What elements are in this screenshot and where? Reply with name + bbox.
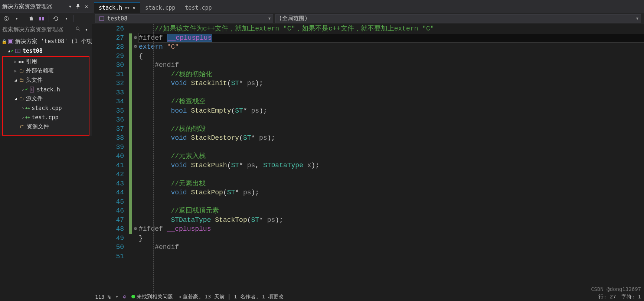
code-content[interactable]: //如果该文件为c++文件，就加上extern "C"，如果不是c++文件，就不… [139,24,644,301]
chevron-down-icon[interactable]: ▼ [84,27,89,33]
expand-icon[interactable]: ◢ [13,78,18,82]
tree-item-stack-h[interactable]: ▷ ✔ h stack.h [3,85,89,94]
navigation-bar: test08 ▼ (全局范围) ▼ [92,13,644,24]
cursor-line: 行: 27 [598,294,616,300]
project-label: test08 [23,48,43,54]
svg-line-4 [79,29,81,31]
feedback-icon[interactable]: ☺ [123,294,126,300]
scope-project[interactable]: test08 ▼ [95,14,273,23]
panel-title-bar: 解决方案资源管理器 ▾ ✕ [0,0,92,13]
project-icon: ++ [14,48,21,54]
tree-label: 头文件 [26,77,43,84]
expand-icon[interactable]: ▷ [21,115,25,119]
expand-icon[interactable]: ◢ [7,49,11,53]
close-icon[interactable]: ✕ [84,3,89,9]
panel-search[interactable]: 搜索解决方案资源管理器 ▼ [0,24,92,35]
expand-icon[interactable]: ▷ [21,106,25,110]
tree-label: test.cpp [32,114,58,121]
tree-item-external[interactable]: ▷ 🗀 外部依赖项 [3,66,89,75]
tab-test-cpp[interactable]: test.cpp [180,2,216,13]
close-icon[interactable]: ✕ [133,5,135,11]
status-ok-icon [131,295,135,298]
cpp-file-icon: ++ [25,106,30,110]
svg-point-0 [4,16,9,21]
dropdown-icon[interactable]: ▾ [67,3,73,9]
tab-stack-cpp[interactable]: stack.cpp [141,2,180,13]
folder-icon: 🗀 [19,124,25,130]
lock-icon: 🔒 [1,39,7,44]
expand-icon[interactable]: ▷ [13,69,18,73]
solution-tree: 🔒 解决方案 'test08' (1 个项 ◢ ✔ ++ test08 ▷ ▪▪… [0,35,92,136]
folder-icon: 🗀 [18,77,24,83]
references-icon: ▪▪ [18,59,24,65]
tree-label: stack.cpp [32,105,62,111]
switch-views-icon[interactable] [38,15,45,22]
svg-rect-1 [39,17,41,20]
line-numbers: 2627282930313233343536373839404142434445… [92,24,129,301]
cursor-col: 字符: 1 [621,294,641,300]
chevron-down-icon[interactable]: ▼ [63,15,70,22]
solution-label: 解决方案 'test08' (1 个项 [15,38,92,45]
check-icon: ✔ [25,87,28,92]
authors-info[interactable]: ◂董若豪, 13 天前 | 1 名作者, 1 项更改 [178,294,284,300]
check-icon: ✔ [11,48,14,53]
chevron-down-icon[interactable]: ▼ [116,295,118,299]
panel-title: 解决方案资源管理器 [2,3,65,10]
project-node[interactable]: ◢ ✔ ++ test08 [0,46,92,55]
folder-icon: 🗀 [18,96,24,102]
back-icon[interactable] [3,15,10,22]
chevron-down-icon[interactable]: ▼ [636,16,638,20]
editor-zone: stack.h ⊷ ✕ stack.cpp test.cpp test08 ▼ … [92,0,644,301]
tree-item-test-cpp[interactable]: ▷ ++ test.cpp [3,113,89,122]
svg-point-3 [76,27,79,30]
tab-label: stack.cpp [145,4,175,11]
tab-stack-h[interactable]: stack.h ⊷ ✕ [94,2,140,13]
expand-icon[interactable]: ◢ [13,97,18,101]
tree-label: 引用 [26,58,37,65]
tree-label: 源文件 [26,95,43,102]
solution-icon [8,39,14,45]
project-icon [98,16,105,22]
scope-global[interactable]: (全局范围) ▼ [275,14,641,23]
scope-global-label: (全局范围) [279,15,308,22]
svg-rect-6 [9,40,12,43]
cpp-file-icon: ++ [25,115,30,120]
solution-explorer-panel: 解决方案资源管理器 ▾ ✕ ▼ ▼ 搜索解决方案资源管理器 ▼ [0,0,92,136]
search-placeholder: 搜索解决方案资源管理器 [2,26,75,33]
home-icon[interactable] [28,15,35,22]
tab-label: test.cpp [185,4,212,11]
expand-icon[interactable]: ▷ [21,87,25,91]
chevron-down-icon[interactable]: ▼ [268,16,271,20]
tree-label: stack.h [37,86,60,93]
modification-bar [129,24,132,301]
scope-project-label: test08 [107,15,127,22]
tree-item-headers[interactable]: ◢ 🗀 头文件 [3,75,89,85]
zoom-level[interactable]: 113 % [95,294,111,300]
svg-text:++: ++ [16,49,20,53]
tree-item-refs[interactable]: ▷ ▪▪ 引用 [3,57,89,66]
highlight-box: ▷ ▪▪ 引用 ▷ 🗀 外部依赖项 ◢ 🗀 头文件 ▷ ✔ h stack.h [2,56,89,136]
issues-label[interactable]: 未找到相关问题 [137,294,173,300]
solution-node[interactable]: 🔒 解决方案 'test08' (1 个项 [0,37,92,46]
watermark: CSDN @dong132697 [591,286,641,292]
svg-text:h: h [31,88,33,91]
panel-toolbar: ▼ ▼ [0,13,92,24]
svg-rect-11 [99,17,104,20]
search-icon[interactable] [75,26,81,33]
tree-item-stack-cpp[interactable]: ▷ ++ stack.cpp [3,103,89,113]
status-bar: 113 % ▼ ☺ 未找到相关问题 ◂董若豪, 13 天前 | 1 名作者, 1… [92,293,644,301]
pin-icon[interactable] [75,3,81,9]
header-file-icon: h [29,87,35,93]
expand-icon[interactable]: ▷ [13,59,18,64]
chevron-down-icon[interactable]: ▼ [13,15,20,22]
editor-tabs: stack.h ⊷ ✕ stack.cpp test.cpp [92,0,644,13]
tree-item-sources[interactable]: ◢ 🗀 源文件 [3,94,89,103]
pin-icon[interactable]: ⊷ [125,5,130,10]
folder-icon: 🗀 [18,68,24,74]
tab-label: stack.h [99,4,122,11]
code-editor[interactable]: 2627282930313233343536373839404142434445… [92,24,644,301]
refresh-icon[interactable] [53,15,59,22]
tree-label: 外部依赖项 [26,67,54,74]
fold-column: ⊟⊟⊟ [132,24,139,301]
tree-item-resources[interactable]: 🗀 资源文件 [3,122,89,131]
